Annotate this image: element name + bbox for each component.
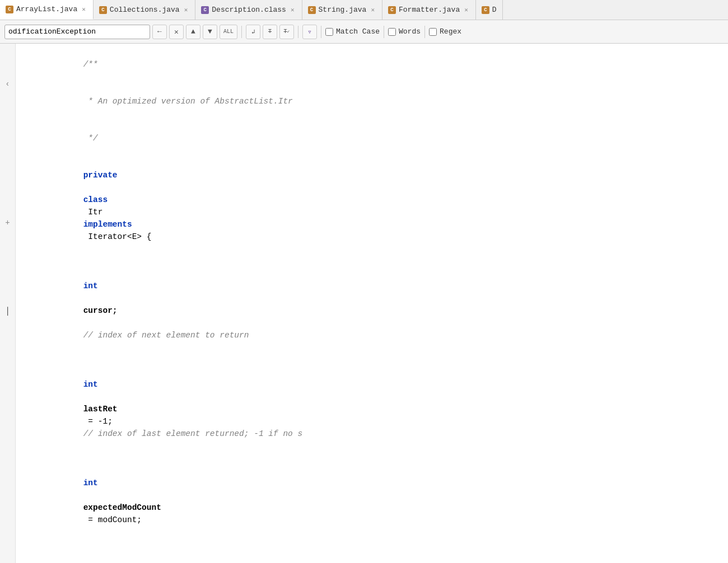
tab-label-string: String.java [319,6,367,14]
find-all-button[interactable]: ALL [220,25,237,39]
tab-icon-formatter: C [388,6,396,14]
tab-label-d: D [492,6,497,14]
words-checkbox[interactable] [388,28,396,36]
code-content-7: int expectedModCount = modCount; [44,452,724,538]
code-line-4: private class Itr implements Iterator<E>… [16,157,728,255]
code-line-3: */ [16,120,728,157]
toggle-replace-button[interactable]: ↲ [246,25,260,39]
words-text: Words [399,27,421,36]
words-label[interactable]: Words [388,27,421,36]
fold-indicator-top[interactable]: ‹ [5,79,10,88]
search-toolbar: ← ✕ ▲ ▼ ALL ↲ T T✓ ▿ Match Case Words Re… [0,20,728,44]
tab-label-formatter: Formatter.java [399,6,460,14]
tab-bar: C ArrayList.java ✕ C Collections.java ✕ … [0,0,728,20]
toolbar-separator-1 [241,26,242,38]
code-content-4: private class Itr implements Iterator<E>… [44,157,724,255]
editor-gutter: ‹ + │ [0,44,16,563]
code-content-5: int cursor; // index of next element to … [44,255,724,354]
match-case-label[interactable]: Match Case [325,27,380,36]
replace-all-button[interactable]: T✓ [279,25,294,39]
tab-close-collections[interactable]: ✕ [183,6,190,14]
code-line-5: int cursor; // index of next element to … [16,255,728,354]
code-line-9: Itr() {} [16,551,728,563]
prev-match-button[interactable]: ← [152,25,167,39]
tab-close-string[interactable]: ✕ [369,6,376,14]
fold-indicator-mid[interactable]: + [5,218,10,227]
tab-label-description: Description.class [212,6,286,14]
toolbar-separator-3 [321,26,321,38]
tab-description[interactable]: C Description.class ✕ [195,0,302,20]
code-line-7: int expectedModCount = modCount; [16,452,728,538]
tab-icon-string: C [308,6,316,14]
next-match-down-button[interactable]: ▼ [203,25,217,39]
tab-icon-description: C [201,6,209,14]
match-case-checkbox[interactable] [325,28,333,36]
regex-checkbox[interactable] [429,28,437,36]
tab-label-collections: Collections.java [110,6,180,14]
tab-string[interactable]: C String.java ✕ [302,0,382,20]
search-input[interactable] [4,25,150,39]
code-line-6: int lastRet = -1; // index of last eleme… [16,354,728,452]
editor-area: ‹ + │ /** * An optimized version of Abst… [0,44,728,563]
next-match-up-button[interactable]: ▲ [186,25,200,39]
tab-icon-arraylist: C [6,6,13,13]
replace-button[interactable]: T [263,25,277,39]
tab-close-description[interactable]: ✕ [289,6,296,14]
tab-collections[interactable]: C Collections.java ✕ [94,0,195,20]
code-editor[interactable]: /** * An optimized version of AbstractLi… [16,44,728,563]
code-line-8 [16,538,728,551]
match-case-text: Match Case [336,27,380,36]
tab-formatter[interactable]: C Formatter.java ✕ [382,0,476,20]
regex-label[interactable]: Regex [429,27,461,36]
tab-close-formatter[interactable]: ✕ [463,6,470,14]
code-content-3: */ [44,120,724,157]
tab-d[interactable]: C D [476,0,503,20]
tab-close-arraylist[interactable]: ✕ [80,5,87,13]
code-content-1: /** [44,46,724,83]
toolbar-separator-2 [298,26,298,38]
tab-icon-d: C [482,6,489,14]
toolbar-separator-5 [424,26,425,38]
tab-icon-collections: C [99,6,107,14]
tab-arraylist[interactable]: C ArrayList.java ✕ [0,0,94,20]
close-search-button[interactable]: ✕ [169,25,184,39]
filter-button[interactable]: ▿ [302,25,317,39]
code-line-2: * An optimized version of AbstractList.I… [16,83,728,120]
code-line-1: /** [16,46,728,83]
code-content-6: int lastRet = -1; // index of last eleme… [44,354,724,452]
code-content-8 [44,538,724,551]
tab-label-arraylist: ArrayList.java [16,5,77,13]
toolbar-separator-4 [384,26,384,38]
code-content-2: * An optimized version of AbstractList.I… [44,83,724,120]
regex-text: Regex [440,27,461,36]
cursor-line-indicator: │ [5,307,10,316]
code-content-9: Itr() {} [44,551,724,563]
